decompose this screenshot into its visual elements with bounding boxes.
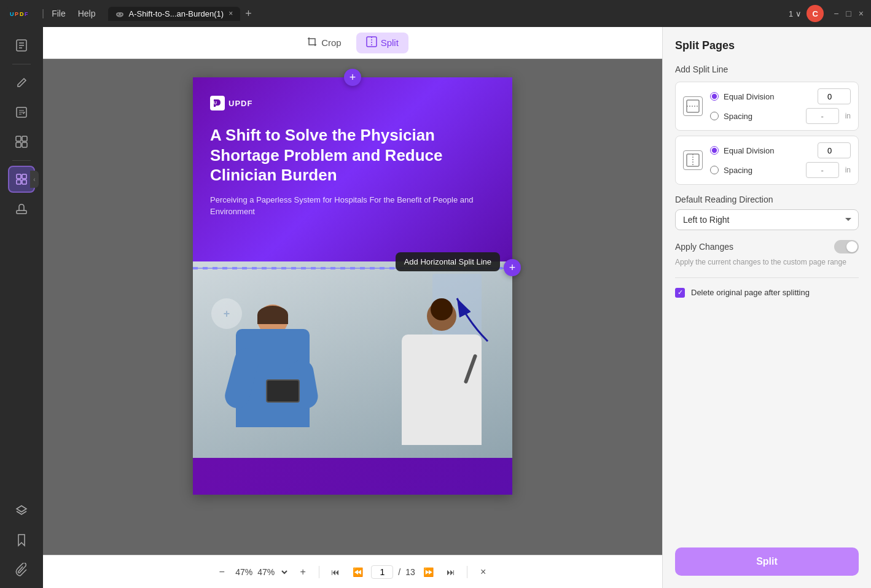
- nav-next-fast-button[interactable]: ⏩: [420, 563, 437, 581]
- v-equal-division-input[interactable]: [818, 142, 851, 158]
- minimize-button[interactable]: −: [834, 9, 838, 18]
- v-equal-division-radio[interactable]: [710, 146, 719, 155]
- left-sidebar: ‹: [0, 27, 43, 588]
- crop-button[interactable]: Crop: [297, 33, 351, 53]
- stamp-icon: [15, 202, 28, 215]
- page-container: + U UPDF A Shif: [193, 77, 512, 495]
- delete-original-checkbox[interactable]: ✓: [675, 288, 685, 298]
- window-controls: − □ ×: [834, 9, 864, 18]
- close-button[interactable]: ×: [859, 9, 864, 18]
- sidebar-collapse-handle[interactable]: ‹: [30, 171, 39, 188]
- viewer-close-button[interactable]: ×: [475, 563, 492, 581]
- organize-icon: [15, 135, 28, 149]
- svg-text:F: F: [25, 11, 28, 17]
- page-input[interactable]: [371, 565, 393, 579]
- page-image-section: +: [193, 261, 512, 458]
- nav-last-button[interactable]: ⏭: [442, 563, 459, 581]
- user-avatar[interactable]: C: [807, 5, 824, 22]
- pdf-page: U UPDF A Shift to Solve the Physician Sh…: [193, 77, 512, 495]
- split-icon: [366, 36, 377, 50]
- sidebar-item-attachment[interactable]: [8, 556, 35, 583]
- direction-label: Default Reading Direction: [675, 195, 859, 204]
- v-equal-division-label: Equal Division: [724, 146, 774, 155]
- layers-icon: [15, 504, 28, 517]
- sidebar-item-reader[interactable]: [8, 32, 35, 59]
- sidebar-item-bookmark[interactable]: [8, 527, 35, 554]
- reader-icon: [15, 39, 28, 52]
- sidebar-item-crop-split[interactable]: ‹: [8, 166, 35, 193]
- edit-icon: [15, 106, 28, 119]
- direction-select[interactable]: Left to Right Right to Left Top to Botto…: [675, 209, 859, 230]
- nav-prev-fast-button[interactable]: ⏪: [349, 563, 366, 581]
- add-vertical-split-button[interactable]: +: [344, 69, 361, 86]
- zoom-select[interactable]: 47% 25% 50% 75% 100%: [255, 567, 289, 578]
- bookmark-icon: [15, 533, 28, 547]
- split-action-button[interactable]: Split: [675, 547, 859, 576]
- h-equal-division-row: Equal Division: [710, 88, 851, 104]
- page-header: U UPDF A Shift to Solve the Physician Sh…: [193, 77, 512, 261]
- svg-text:U: U: [214, 101, 217, 105]
- sidebar-item-annotate[interactable]: [8, 69, 35, 96]
- v-spacing-unit: in: [845, 166, 851, 174]
- zoom-display: 47% 47% 25% 50% 75% 100%: [235, 567, 289, 578]
- tab-bar: A-Shift-to-S...an-Burden(1) × +: [108, 7, 252, 21]
- sidebar-item-organize[interactable]: [8, 128, 35, 155]
- svg-rect-14: [22, 136, 27, 141]
- v-spacing-radio[interactable]: [710, 166, 719, 174]
- horizontal-split-icon: [683, 96, 703, 116]
- apply-row: Apply Changes: [675, 240, 859, 253]
- titlebar-separator: |: [42, 8, 44, 19]
- page-title: A Shift to Solve the Physician Shortage …: [210, 125, 495, 185]
- add-split-label: Add Split Line: [675, 64, 859, 74]
- sidebar-item-stamp[interactable]: [8, 195, 35, 222]
- h-spacing-input[interactable]: [806, 108, 839, 124]
- svg-text:U: U: [10, 11, 14, 17]
- page-footer-bar: [193, 458, 512, 495]
- page-brand-text: UPDF: [228, 99, 252, 108]
- content-area: Crop Split +: [43, 27, 662, 588]
- main-area: ‹: [0, 27, 871, 588]
- cloud-icon: [115, 9, 124, 18]
- v-spacing-label: Spacing: [724, 166, 752, 175]
- vertical-option-fields: Equal Division Spacing in: [710, 142, 851, 178]
- split-button-toolbar[interactable]: Split: [356, 33, 408, 53]
- apply-toggle[interactable]: [834, 240, 859, 253]
- page-nav: 1 ∨: [789, 9, 802, 18]
- delete-original-label: Delete original page after splitting: [691, 288, 810, 297]
- apply-section: Apply Changes Apply the current changes …: [675, 240, 859, 278]
- add-horizontal-split-button[interactable]: +: [504, 259, 521, 276]
- maximize-button[interactable]: □: [846, 9, 851, 18]
- sidebar-item-layers[interactable]: [8, 497, 35, 524]
- split-line[interactable]: [193, 268, 512, 269]
- h-spacing-unit: in: [845, 112, 851, 120]
- h-equal-division-radio[interactable]: [710, 92, 719, 101]
- crop-split-active-icon: [15, 172, 28, 186]
- h-spacing-radio[interactable]: [710, 112, 719, 120]
- vertical-split-icon: [683, 150, 703, 170]
- doc-viewer[interactable]: + U UPDF A Shif: [43, 59, 662, 555]
- page-nav-chevron[interactable]: ∨: [795, 9, 802, 18]
- new-tab-button[interactable]: +: [245, 7, 252, 20]
- active-tab[interactable]: A-Shift-to-S...an-Burden(1) ×: [108, 7, 241, 21]
- nav-first-button[interactable]: ⏮: [327, 563, 344, 581]
- apply-description: Apply the current changes to the custom …: [675, 257, 859, 268]
- zoom-in-button[interactable]: +: [294, 563, 311, 581]
- zoom-out-button[interactable]: −: [213, 563, 230, 581]
- right-panel: Split Pages Add Split Line Equal Divisio…: [662, 27, 871, 588]
- file-menu[interactable]: File: [52, 9, 66, 18]
- h-equal-division-label: Equal Division: [724, 92, 774, 101]
- tab-close-button[interactable]: ×: [228, 9, 233, 18]
- help-menu[interactable]: Help: [78, 9, 96, 18]
- v-spacing-input[interactable]: [806, 162, 839, 178]
- v-equal-division-row: Equal Division: [710, 142, 851, 158]
- svg-rect-13: [16, 136, 21, 141]
- svg-rect-15: [16, 142, 21, 147]
- page-number-display: 1: [789, 9, 793, 18]
- titlebar: U P D F | File Help A-Shift-to-S...an-Bu…: [0, 0, 871, 27]
- page-logo: U UPDF: [210, 96, 495, 110]
- sidebar-item-edit[interactable]: [8, 99, 35, 126]
- h-equal-division-input[interactable]: [818, 88, 851, 104]
- svg-rect-16: [22, 142, 27, 147]
- bottom-toolbar: − 47% 47% 25% 50% 75% 100% + ⏮ ⏪ / 13 ⏩ …: [43, 555, 662, 588]
- sidebar-separator-2: [12, 160, 31, 161]
